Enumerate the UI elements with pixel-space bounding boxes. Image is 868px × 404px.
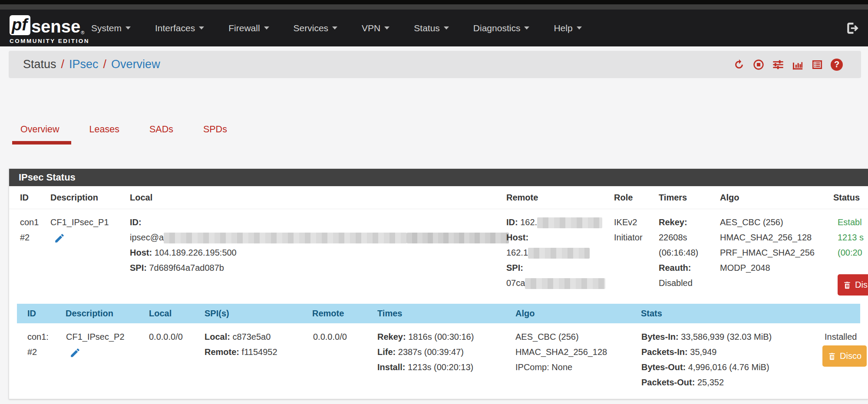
cell-remote: 0.0.0.0/0 <box>313 323 347 345</box>
page-action-icons: ? <box>733 51 843 78</box>
nav-item-system[interactable]: System <box>79 10 143 46</box>
breadcrumb-ipsec-link[interactable]: IPsec <box>69 58 99 71</box>
breadcrumb-status: Status <box>23 58 56 71</box>
redacted-value <box>537 217 602 228</box>
redacted-value <box>407 233 509 243</box>
disconnect-button[interactable]: Disco <box>822 345 867 367</box>
cell-local: 0.0.0.0/0 <box>149 323 183 345</box>
cell-remote: ID: 162. Host: 162.1 SPI: 07ca <box>506 209 605 291</box>
logo-subtitle: COMMUNITY EDITION <box>10 38 89 44</box>
bar-chart-icon[interactable] <box>792 59 804 71</box>
trash-icon <box>828 351 836 361</box>
chevron-down-icon <box>199 26 204 30</box>
edit-icon[interactable] <box>69 347 81 358</box>
col-header-stats: Stats <box>641 304 662 323</box>
cell-algo: AES_CBC (256) HMAC_SHA2_256_128 IPComp: … <box>515 323 607 375</box>
cell-status: Establ 1213 s (00:20 <box>838 209 864 260</box>
col-header-status: Status <box>833 186 860 209</box>
col-header-remote: Remote <box>312 304 344 323</box>
trash-icon <box>843 280 851 290</box>
stop-icon[interactable] <box>752 59 765 71</box>
nav-item-services[interactable]: Services <box>281 10 350 46</box>
logo-sense-text: sense <box>31 18 80 35</box>
cell-local: ID: ipsec@a Host: 104.189.226.195:500 SP… <box>130 209 509 276</box>
redacted-value <box>164 233 407 243</box>
breadcrumb-overview-link[interactable]: Overview <box>111 58 160 71</box>
window-top-strip <box>0 0 868 4</box>
cell-description: CF1_IPsec_P2 <box>66 323 125 358</box>
col-header-remote: Remote <box>506 186 538 209</box>
pfsense-ipsec-status-page: pf sense ® COMMUNITY EDITION System Inte… <box>0 0 868 404</box>
col-header-id: ID <box>27 304 36 323</box>
breadcrumb-bar: Status / IPsec / Overview ? <box>9 51 861 78</box>
cell-id: con1 #2 <box>20 209 39 245</box>
cell-status: Installed <box>825 323 857 345</box>
col-header-algo: Algo <box>720 186 739 209</box>
panel-title: IPsec Status <box>9 169 868 186</box>
pfsense-logo[interactable]: pf sense ® COMMUNITY EDITION <box>10 15 89 44</box>
cell-timers: Rekey: 22608s (06:16:48) Reauth: Disable… <box>659 209 698 291</box>
tab-bar: Overview Leases SADs SPDs <box>20 117 257 145</box>
refresh-icon[interactable] <box>733 59 745 71</box>
chevron-down-icon <box>577 26 582 30</box>
sliders-icon[interactable] <box>772 59 784 71</box>
table-row: con1 #2 CF1_IPsec_P1 ID: ipsec@a Host: 1… <box>9 209 868 304</box>
col-header-algo: Algo <box>515 304 535 323</box>
tab-overview[interactable]: Overview <box>20 117 59 145</box>
breadcrumb-separator: / <box>99 58 112 71</box>
ipsec-status-panel: IPsec Status ID Description Local Remote… <box>9 168 868 399</box>
col-header-times: Times <box>377 304 402 323</box>
cell-stats: Bytes-In: 33,586,939 (32.03 MiB) Packets… <box>641 323 772 390</box>
col-header-id: ID <box>20 186 29 209</box>
table-row: con1: #2 CF1_IPsec_P2 0.0.0.0/0 Local: c… <box>9 323 868 399</box>
chevron-down-icon <box>264 26 269 30</box>
tab-spds[interactable]: SPDs <box>203 117 227 145</box>
nav-item-diagnostics[interactable]: Diagnostics <box>461 10 542 46</box>
chevron-down-icon <box>332 26 337 30</box>
redacted-value <box>525 278 605 289</box>
cell-algo: AES_CBC (256) HMAC_SHA2_256_128 PRF_HMAC… <box>720 209 815 276</box>
breadcrumb: Status / IPsec / Overview <box>23 51 160 78</box>
list-icon[interactable] <box>811 59 823 71</box>
nav-item-interfaces[interactable]: Interfaces <box>143 10 216 46</box>
tab-sads[interactable]: SADs <box>149 117 173 145</box>
col-header-description: Description <box>50 186 98 209</box>
nav-item-firewall[interactable]: Firewall <box>216 10 281 46</box>
cell-role: IKEv2 Initiator <box>614 209 643 245</box>
cell-id: con1: #2 <box>27 323 49 360</box>
redacted-value <box>528 248 590 259</box>
chevron-down-icon <box>444 26 449 30</box>
disconnect-button[interactable]: Dis <box>838 274 868 296</box>
chevron-down-icon <box>125 26 131 30</box>
logo-pf-box: pf <box>10 15 30 35</box>
window-title-strip <box>0 4 868 10</box>
sign-out-icon[interactable] <box>845 21 860 36</box>
col-header-role: Role <box>614 186 633 209</box>
child-table-header: ID Description Local SPI(s) Remote Times… <box>17 304 860 323</box>
navbar: pf sense ® COMMUNITY EDITION System Inte… <box>0 10 868 46</box>
col-header-timers: Timers <box>659 186 687 209</box>
col-header-local: Local <box>149 304 172 323</box>
cell-times: Rekey: 1816s (00:30:16) Life: 2387s (00:… <box>377 323 474 375</box>
chevron-down-icon <box>524 26 529 30</box>
chevron-down-icon <box>384 26 389 30</box>
help-icon[interactable]: ? <box>831 59 843 71</box>
col-header-description: Description <box>66 304 113 323</box>
tab-leases[interactable]: Leases <box>89 117 119 145</box>
nav-item-help[interactable]: Help <box>541 10 594 46</box>
cell-description: CF1_IPsec_P1 <box>50 209 109 244</box>
nav-menu: System Interfaces Firewall Services VPN … <box>79 10 594 46</box>
nav-item-vpn[interactable]: VPN <box>350 10 402 46</box>
col-header-spis: SPI(s) <box>205 304 229 323</box>
cell-spis: Local: c873e5a0 Remote: f1154952 <box>205 323 277 360</box>
edit-icon[interactable] <box>54 233 65 244</box>
parent-table-header: ID Description Local Remote Role Timers … <box>9 186 868 209</box>
col-header-local: Local <box>130 186 152 209</box>
breadcrumb-separator: / <box>56 58 69 71</box>
nav-item-status[interactable]: Status <box>402 10 461 46</box>
